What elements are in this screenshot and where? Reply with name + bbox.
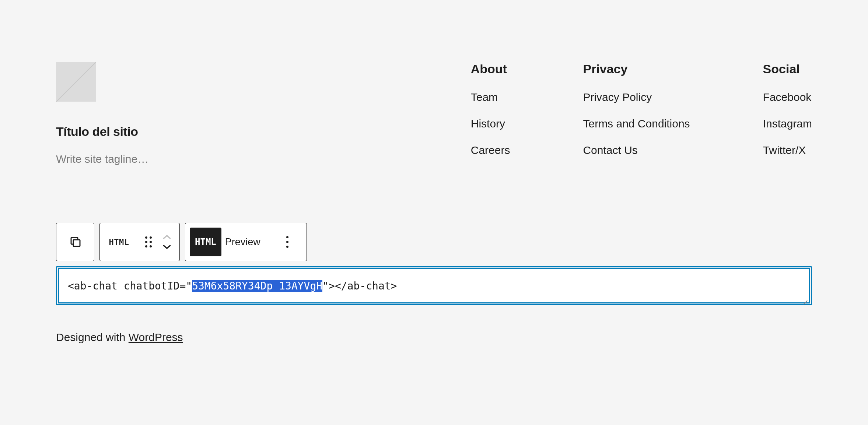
- nav-link-contact[interactable]: Contact Us: [583, 144, 690, 157]
- block-toolbar: HTML HTML Preview: [56, 223, 812, 261]
- nav-link-instagram[interactable]: Instagram: [763, 117, 812, 130]
- html-block-editor: HTML HTML Preview: [56, 223, 812, 305]
- block-type-html-button[interactable]: HTML: [100, 223, 138, 261]
- drag-icon: [145, 236, 152, 247]
- nav-col-social: Social Facebook Instagram Twitter/X: [763, 62, 812, 171]
- chevron-down-icon[interactable]: [162, 244, 172, 250]
- editor-canvas: Título del sitio Write site tagline… Abo…: [0, 0, 868, 344]
- site-tagline-input[interactable]: Write site tagline…: [56, 153, 148, 165]
- html-preview-group: HTML Preview: [185, 223, 307, 261]
- preview-tab-button[interactable]: Preview: [221, 223, 268, 261]
- code-selection: 53M6x58RY34Dp_13AYVgH: [192, 280, 322, 292]
- nav-heading: Privacy: [583, 62, 690, 76]
- wordpress-link[interactable]: WordPress: [129, 331, 183, 343]
- html-code-input[interactable]: <ab-chat chatbotID="53M6x58RY34Dp_13AYVg…: [58, 268, 810, 303]
- footer-nav-columns: About Team History Careers Privacy Priva…: [471, 62, 812, 171]
- html-tab-button[interactable]: HTML: [190, 228, 221, 256]
- svg-rect-1: [73, 240, 80, 246]
- nav-link-team[interactable]: Team: [471, 91, 510, 103]
- nav-heading: Social: [763, 62, 812, 76]
- nav-link-privacy-policy[interactable]: Privacy Policy: [583, 91, 690, 103]
- nav-col-privacy: Privacy Privacy Policy Terms and Conditi…: [583, 62, 690, 171]
- nav-link-history[interactable]: History: [471, 117, 510, 130]
- html-code-block-wrapper: <ab-chat chatbotID="53M6x58RY34Dp_13AYVg…: [56, 266, 812, 305]
- site-logo-placeholder[interactable]: [56, 62, 96, 102]
- block-controls: HTML: [99, 223, 180, 261]
- code-suffix: "></ab-chat>: [322, 280, 397, 292]
- nav-link-careers[interactable]: Careers: [471, 144, 510, 157]
- footer-text: Designed with: [56, 331, 129, 343]
- nav-link-twitter[interactable]: Twitter/X: [763, 144, 812, 157]
- dots-icon: [286, 236, 288, 238]
- mover-buttons: [159, 223, 179, 261]
- parent-block-button[interactable]: [56, 223, 94, 261]
- nav-link-facebook[interactable]: Facebook: [763, 91, 812, 103]
- drag-handle[interactable]: [138, 223, 159, 261]
- group-icon: [69, 235, 82, 249]
- footer-credit: Designed with WordPress: [56, 331, 812, 344]
- site-title[interactable]: Título del sitio: [56, 124, 148, 139]
- nav-col-about: About Team History Careers: [471, 62, 510, 171]
- nav-link-terms[interactable]: Terms and Conditions: [583, 117, 690, 130]
- chevron-up-icon[interactable]: [162, 234, 172, 240]
- resize-handle-icon[interactable]: [801, 294, 808, 301]
- code-prefix: <ab-chat chatbotID=": [68, 280, 192, 292]
- more-options-button[interactable]: [268, 223, 307, 261]
- site-identity: Título del sitio Write site tagline…: [56, 62, 148, 165]
- nav-heading: About: [471, 62, 510, 76]
- footer-section-row: Título del sitio Write site tagline… Abo…: [56, 62, 812, 171]
